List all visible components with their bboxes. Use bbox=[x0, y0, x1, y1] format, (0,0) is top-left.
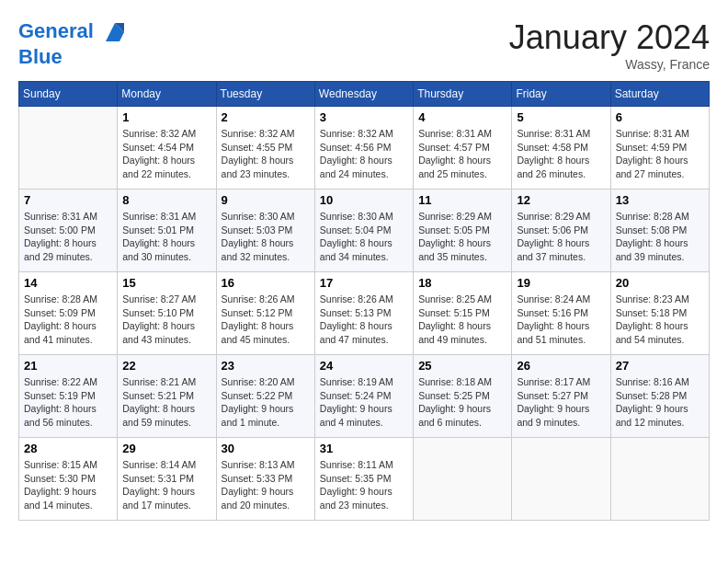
day-number: 14 bbox=[24, 276, 112, 290]
day-info: Sunrise: 8:32 AM Sunset: 4:56 PM Dayligh… bbox=[320, 127, 408, 181]
day-number: 31 bbox=[320, 442, 408, 455]
week-row-3: 14Sunrise: 8:28 AM Sunset: 5:09 PM Dayli… bbox=[19, 272, 710, 355]
weekday-header-tuesday: Tuesday bbox=[216, 82, 314, 107]
week-row-5: 28Sunrise: 8:15 AM Sunset: 5:30 PM Dayli… bbox=[19, 438, 710, 521]
day-number: 8 bbox=[122, 193, 210, 207]
calendar-cell: 30Sunrise: 8:13 AM Sunset: 5:33 PM Dayli… bbox=[216, 438, 314, 521]
day-info: Sunrise: 8:25 AM Sunset: 5:15 PM Dayligh… bbox=[418, 293, 506, 347]
calendar-cell: 12Sunrise: 8:29 AM Sunset: 5:06 PM Dayli… bbox=[512, 190, 610, 272]
calendar-table: SundayMondayTuesdayWednesdayThursdayFrid… bbox=[18, 81, 710, 521]
day-info: Sunrise: 8:20 AM Sunset: 5:22 PM Dayligh… bbox=[222, 375, 310, 430]
day-info: Sunrise: 8:23 AM Sunset: 5:18 PM Dayligh… bbox=[616, 293, 704, 347]
calendar-cell: 4Sunrise: 8:31 AM Sunset: 4:57 PM Daylig… bbox=[414, 107, 512, 190]
calendar-cell: 7Sunrise: 8:31 AM Sunset: 5:00 PM Daylig… bbox=[19, 190, 118, 272]
day-number: 21 bbox=[24, 359, 112, 373]
day-info: Sunrise: 8:31 AM Sunset: 4:59 PM Dayligh… bbox=[616, 127, 704, 181]
weekday-header-friday: Friday bbox=[512, 82, 610, 107]
day-info: Sunrise: 8:29 AM Sunset: 5:05 PM Dayligh… bbox=[418, 210, 506, 264]
day-number: 15 bbox=[122, 276, 210, 290]
day-info: Sunrise: 8:28 AM Sunset: 5:08 PM Dayligh… bbox=[616, 210, 704, 264]
day-number: 5 bbox=[517, 110, 605, 124]
calendar-cell: 5Sunrise: 8:31 AM Sunset: 4:58 PM Daylig… bbox=[512, 107, 610, 190]
week-row-2: 7Sunrise: 8:31 AM Sunset: 5:00 PM Daylig… bbox=[19, 190, 710, 272]
day-number: 28 bbox=[24, 442, 112, 455]
calendar-cell: 31Sunrise: 8:11 AM Sunset: 5:35 PM Dayli… bbox=[314, 438, 413, 521]
month-title: January 2024 bbox=[509, 18, 710, 57]
calendar-cell: 2Sunrise: 8:32 AM Sunset: 4:55 PM Daylig… bbox=[216, 107, 314, 190]
day-number: 24 bbox=[320, 359, 408, 373]
logo: General Blue bbox=[18, 18, 129, 68]
day-number: 16 bbox=[222, 276, 310, 290]
calendar-cell: 13Sunrise: 8:28 AM Sunset: 5:08 PM Dayli… bbox=[610, 190, 709, 272]
day-number: 2 bbox=[222, 110, 310, 124]
weekday-header-thursday: Thursday bbox=[414, 82, 512, 107]
calendar-cell: 1Sunrise: 8:32 AM Sunset: 4:54 PM Daylig… bbox=[118, 107, 216, 190]
day-info: Sunrise: 8:31 AM Sunset: 4:58 PM Dayligh… bbox=[517, 127, 605, 181]
day-number: 13 bbox=[616, 193, 704, 207]
logo-blue: Blue bbox=[18, 46, 129, 68]
day-number: 12 bbox=[517, 193, 605, 207]
page-header: General Blue January 2024 Wassy, France bbox=[18, 18, 710, 72]
day-info: Sunrise: 8:18 AM Sunset: 5:25 PM Dayligh… bbox=[418, 375, 506, 430]
day-info: Sunrise: 8:13 AM Sunset: 5:33 PM Dayligh… bbox=[222, 458, 310, 512]
day-number: 3 bbox=[320, 110, 408, 124]
day-info: Sunrise: 8:15 AM Sunset: 5:30 PM Dayligh… bbox=[24, 458, 112, 512]
calendar-cell: 24Sunrise: 8:19 AM Sunset: 5:24 PM Dayli… bbox=[314, 355, 413, 438]
day-number: 29 bbox=[122, 442, 210, 455]
day-info: Sunrise: 8:21 AM Sunset: 5:21 PM Dayligh… bbox=[122, 375, 210, 430]
calendar-cell: 10Sunrise: 8:30 AM Sunset: 5:04 PM Dayli… bbox=[314, 190, 413, 272]
day-info: Sunrise: 8:24 AM Sunset: 5:16 PM Dayligh… bbox=[517, 293, 605, 347]
day-info: Sunrise: 8:26 AM Sunset: 5:13 PM Dayligh… bbox=[320, 293, 408, 347]
calendar-cell: 27Sunrise: 8:16 AM Sunset: 5:28 PM Dayli… bbox=[610, 355, 709, 438]
day-info: Sunrise: 8:31 AM Sunset: 5:00 PM Dayligh… bbox=[24, 210, 112, 264]
calendar-cell: 14Sunrise: 8:28 AM Sunset: 5:09 PM Dayli… bbox=[19, 272, 118, 355]
weekday-header-sunday: Sunday bbox=[19, 82, 118, 107]
calendar-cell bbox=[414, 438, 512, 521]
day-info: Sunrise: 8:32 AM Sunset: 4:55 PM Dayligh… bbox=[222, 127, 310, 181]
day-number: 22 bbox=[122, 359, 210, 373]
calendar-cell: 29Sunrise: 8:14 AM Sunset: 5:31 PM Dayli… bbox=[118, 438, 216, 521]
weekday-header-wednesday: Wednesday bbox=[314, 82, 413, 107]
calendar-cell: 28Sunrise: 8:15 AM Sunset: 5:30 PM Dayli… bbox=[19, 438, 118, 521]
calendar-cell: 19Sunrise: 8:24 AM Sunset: 5:16 PM Dayli… bbox=[512, 272, 610, 355]
day-number: 4 bbox=[418, 110, 506, 124]
day-number: 26 bbox=[517, 359, 605, 373]
calendar-cell: 15Sunrise: 8:27 AM Sunset: 5:10 PM Dayli… bbox=[118, 272, 216, 355]
day-info: Sunrise: 8:14 AM Sunset: 5:31 PM Dayligh… bbox=[122, 458, 210, 512]
day-number: 30 bbox=[222, 442, 310, 455]
day-info: Sunrise: 8:19 AM Sunset: 5:24 PM Dayligh… bbox=[320, 375, 408, 430]
day-number: 23 bbox=[222, 359, 310, 373]
logo-text: General bbox=[18, 18, 129, 46]
calendar-cell: 9Sunrise: 8:30 AM Sunset: 5:03 PM Daylig… bbox=[216, 190, 314, 272]
day-number: 20 bbox=[616, 276, 704, 290]
week-row-1: 1Sunrise: 8:32 AM Sunset: 4:54 PM Daylig… bbox=[19, 107, 710, 190]
calendar-cell: 23Sunrise: 8:20 AM Sunset: 5:22 PM Dayli… bbox=[216, 355, 314, 438]
day-number: 25 bbox=[418, 359, 506, 373]
title-block: January 2024 Wassy, France bbox=[509, 18, 710, 72]
calendar-cell bbox=[610, 438, 709, 521]
day-info: Sunrise: 8:27 AM Sunset: 5:10 PM Dayligh… bbox=[122, 293, 210, 347]
day-info: Sunrise: 8:30 AM Sunset: 5:04 PM Dayligh… bbox=[320, 210, 408, 264]
day-info: Sunrise: 8:31 AM Sunset: 5:01 PM Dayligh… bbox=[122, 210, 210, 264]
day-info: Sunrise: 8:22 AM Sunset: 5:19 PM Dayligh… bbox=[24, 375, 112, 430]
day-number: 1 bbox=[122, 110, 210, 124]
day-info: Sunrise: 8:31 AM Sunset: 4:57 PM Dayligh… bbox=[418, 127, 506, 181]
day-info: Sunrise: 8:26 AM Sunset: 5:12 PM Dayligh… bbox=[222, 293, 310, 347]
calendar-cell: 6Sunrise: 8:31 AM Sunset: 4:59 PM Daylig… bbox=[610, 107, 709, 190]
calendar-cell: 3Sunrise: 8:32 AM Sunset: 4:56 PM Daylig… bbox=[314, 107, 413, 190]
calendar-cell bbox=[512, 438, 610, 521]
calendar-cell: 17Sunrise: 8:26 AM Sunset: 5:13 PM Dayli… bbox=[314, 272, 413, 355]
day-number: 18 bbox=[418, 276, 506, 290]
day-number: 10 bbox=[320, 193, 408, 207]
header-row: SundayMondayTuesdayWednesdayThursdayFrid… bbox=[19, 82, 710, 107]
calendar-cell: 8Sunrise: 8:31 AM Sunset: 5:01 PM Daylig… bbox=[118, 190, 216, 272]
calendar-cell: 25Sunrise: 8:18 AM Sunset: 5:25 PM Dayli… bbox=[414, 355, 512, 438]
day-info: Sunrise: 8:28 AM Sunset: 5:09 PM Dayligh… bbox=[24, 293, 112, 347]
day-info: Sunrise: 8:17 AM Sunset: 5:27 PM Dayligh… bbox=[517, 375, 605, 430]
calendar-cell: 20Sunrise: 8:23 AM Sunset: 5:18 PM Dayli… bbox=[610, 272, 709, 355]
calendar-cell: 16Sunrise: 8:26 AM Sunset: 5:12 PM Dayli… bbox=[216, 272, 314, 355]
calendar-cell: 26Sunrise: 8:17 AM Sunset: 5:27 PM Dayli… bbox=[512, 355, 610, 438]
calendar-cell: 18Sunrise: 8:25 AM Sunset: 5:15 PM Dayli… bbox=[414, 272, 512, 355]
location: Wassy, France bbox=[509, 57, 710, 72]
calendar-cell: 22Sunrise: 8:21 AM Sunset: 5:21 PM Dayli… bbox=[118, 355, 216, 438]
